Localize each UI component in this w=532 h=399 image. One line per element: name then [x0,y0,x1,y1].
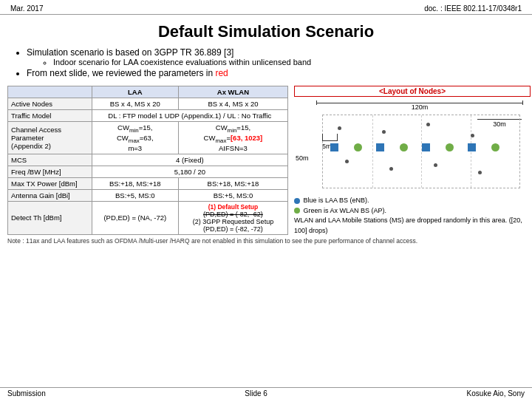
grid-box [322,115,520,188]
mcs-merged: 4 (Fixed) [92,154,287,166]
param-traffic: Traffic Model [8,110,92,122]
freq-merged: 5,180 / 20 [92,166,287,177]
bs-node-blue-2 [376,143,384,151]
laa-power: BS:+18, MS:+18 [92,177,178,189]
header-date: Mar. 2017 [10,4,43,13]
ms-node [338,126,341,130]
param-channel: Channel AccessParameter(Appendix 2) [8,122,92,154]
ms-node [478,171,482,174]
green-dot-icon [294,208,300,214]
table-row: MCS 4 (Fixed) [8,154,288,166]
table-row: Freq /BW [MHz] 5,180 / 20 [8,166,288,177]
label-50m: 50m [296,154,309,162]
wlan-detect: (1) Default Setup (PD,ED) = (-82, -62) (… [178,201,287,234]
param-active-nodes: Active Nodes [8,98,92,110]
bs-node-blue-4 [468,143,476,151]
wlan-power: BS:+18, MS:+18 [178,177,287,189]
bracket-v2 [337,134,338,141]
footer-right: Kosuke Aio, Sony [467,389,525,398]
legend-item-ms: WLAN and LAA Mobile Stations (MS) are dr… [294,216,531,236]
bs-node-blue-1 [330,143,338,151]
footer-left: Submission [7,389,46,398]
bs-node-green-1 [354,143,362,151]
col-header-laa: LAA [92,86,178,98]
legend: Blue is LAA BS (eNB). Green is Ax WLAN B… [294,196,531,236]
bracket-v1 [322,134,323,141]
parameters-table: LAA Ax WLAN Active Nodes BS x 4, MS x 20… [7,86,288,235]
ms-node [426,123,430,126]
param-antenna: Antenna Gain [dBi] [8,189,92,201]
laa-active-nodes: BS x 4, MS x 20 [92,98,178,110]
wlan-active-nodes: BS x 4, MS x 20 [178,98,287,110]
bs-node-green-2 [400,143,408,151]
page-title: Default Simulation Scenario [0,22,532,41]
label-120m: 120m [316,103,523,111]
table-row: Max TX Power [dBm] BS:+18, MS:+18 BS:+18… [8,177,288,189]
bs-node-blue-3 [422,143,430,151]
bullet-list: Simulation scenario is based on 3GPP TR … [0,47,532,78]
bullet-1: Simulation scenario is based on 3GPP TR … [27,47,517,66]
legend-item-blue: Blue is LAA BS (eNB). [294,196,531,206]
footer-center: Slide 6 [245,389,267,398]
content-area: LAA Ax WLAN Active Nodes BS x 4, MS x 20… [0,84,532,235]
legend-item-green: Green is Ax WLAN BS (AP). [294,206,531,216]
header: Mar. 2017 doc. : IEEE 802.11-17/0348r1 [0,0,532,15]
wlan-antenna: BS:+5, MS:0 [178,189,287,201]
param-detect: Detect Th [dBm] [8,201,92,234]
table-row: Channel AccessParameter(Appendix 2) CWmi… [8,122,288,154]
col-header-wlan: Ax WLAN [178,86,287,98]
blue-dot-icon [294,198,300,204]
ms-node [471,134,474,137]
traffic-merged: DL : FTP model 1 UDP (Appendix.1) / UL :… [92,110,287,122]
laa-channel: CWmin=15,CWmax=63,m=3 [92,122,178,154]
ms-node [434,163,437,167]
bullet-1-sub: Indoor scenario for LAA coexistence eval… [53,58,517,66]
table-row: Detect Th [dBm] (PD,ED) = (NA, -72) (1) … [8,201,288,234]
param-mcs: MCS [8,154,92,166]
ms-node [382,130,386,134]
layout-label: <Layout of Nodes> [294,86,531,97]
note: Note : 11ax and LAA features such as OFD… [0,237,532,245]
param-power: Max TX Power [dBm] [8,177,92,189]
table-wrap: LAA Ax WLAN Active Nodes BS x 4, MS x 20… [7,86,288,235]
diagram-area: 120m 30m 5m 50m [294,101,531,197]
col-header-param [8,86,92,98]
header-doc: doc. : IEEE 802.11-17/0348r1 [424,4,522,13]
table-row: Antenna Gain [dBi] BS:+5, MS:0 BS:+5, MS… [8,189,288,201]
footer: Submission Slide 6 Kosuke Aio, Sony [0,387,532,399]
laa-antenna: BS:+5, MS:0 [92,189,178,201]
ms-node [389,167,393,171]
ms-node [345,160,349,163]
table-row: Active Nodes BS x 4, MS x 20 BS x 4, MS … [8,98,288,110]
param-freq: Freq /BW [MHz] [8,166,92,177]
bullet-2: From next slide, we reviewed the paramet… [27,68,517,78]
bs-node-green-3 [446,143,454,151]
wlan-channel: CWmin=15,CWmax=[63, 1023]AIFSN=3 [178,122,287,154]
table-row: Traffic Model DL : FTP model 1 UDP (Appe… [8,110,288,122]
right-panel: <Layout of Nodes> 120m 30m 5m 50m [294,86,531,235]
bs-node-green-4 [491,143,499,151]
laa-detect: (PD,ED) = (NA, -72) [92,201,178,234]
bracket-h [322,140,337,141]
